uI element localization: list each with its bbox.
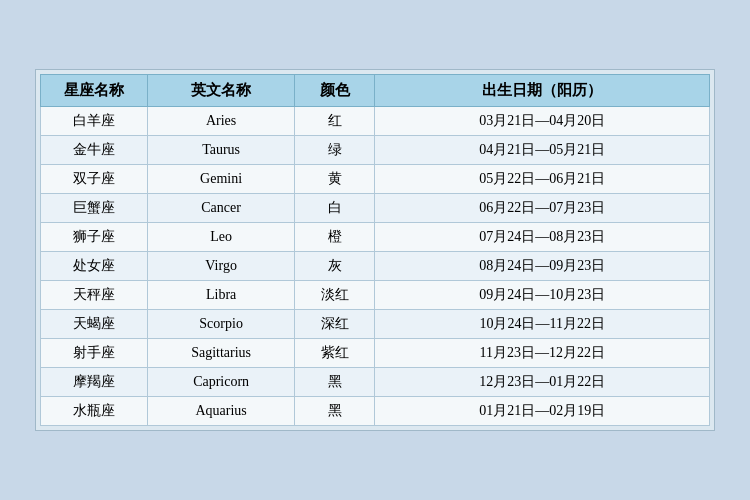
cell-zh: 金牛座 xyxy=(41,136,148,165)
table-row: 金牛座Taurus绿04月21日—05月21日 xyxy=(41,136,710,165)
cell-en: Taurus xyxy=(148,136,295,165)
cell-date: 12月23日—01月22日 xyxy=(375,368,710,397)
cell-en: Aries xyxy=(148,107,295,136)
table-row: 天蝎座Scorpio深红10月24日—11月22日 xyxy=(41,310,710,339)
table-row: 天秤座Libra淡红09月24日—10月23日 xyxy=(41,281,710,310)
cell-color: 红 xyxy=(295,107,375,136)
cell-color: 绿 xyxy=(295,136,375,165)
cell-en: Cancer xyxy=(148,194,295,223)
cell-zh: 巨蟹座 xyxy=(41,194,148,223)
table-row: 巨蟹座Cancer白06月22日—07月23日 xyxy=(41,194,710,223)
cell-en: Aquarius xyxy=(148,397,295,426)
cell-date: 04月21日—05月21日 xyxy=(375,136,710,165)
cell-date: 01月21日—02月19日 xyxy=(375,397,710,426)
cell-color: 黄 xyxy=(295,165,375,194)
cell-en: Libra xyxy=(148,281,295,310)
table-row: 水瓶座Aquarius黑01月21日—02月19日 xyxy=(41,397,710,426)
header-color: 颜色 xyxy=(295,75,375,107)
cell-zh: 狮子座 xyxy=(41,223,148,252)
cell-date: 08月24日—09月23日 xyxy=(375,252,710,281)
zodiac-table: 星座名称 英文名称 颜色 出生日期（阳历） 白羊座Aries红03月21日—04… xyxy=(40,74,710,426)
cell-date: 07月24日—08月23日 xyxy=(375,223,710,252)
header-en: 英文名称 xyxy=(148,75,295,107)
cell-zh: 水瓶座 xyxy=(41,397,148,426)
cell-en: Capricorn xyxy=(148,368,295,397)
header-date: 出生日期（阳历） xyxy=(375,75,710,107)
cell-zh: 处女座 xyxy=(41,252,148,281)
table-row: 射手座Sagittarius紫红11月23日—12月22日 xyxy=(41,339,710,368)
zodiac-table-container: 星座名称 英文名称 颜色 出生日期（阳历） 白羊座Aries红03月21日—04… xyxy=(35,69,715,431)
cell-date: 09月24日—10月23日 xyxy=(375,281,710,310)
cell-color: 黑 xyxy=(295,397,375,426)
cell-date: 06月22日—07月23日 xyxy=(375,194,710,223)
cell-date: 11月23日—12月22日 xyxy=(375,339,710,368)
table-row: 白羊座Aries红03月21日—04月20日 xyxy=(41,107,710,136)
cell-zh: 天秤座 xyxy=(41,281,148,310)
cell-date: 03月21日—04月20日 xyxy=(375,107,710,136)
cell-date: 10月24日—11月22日 xyxy=(375,310,710,339)
cell-zh: 白羊座 xyxy=(41,107,148,136)
cell-date: 05月22日—06月21日 xyxy=(375,165,710,194)
table-row: 摩羯座Capricorn黑12月23日—01月22日 xyxy=(41,368,710,397)
cell-en: Virgo xyxy=(148,252,295,281)
cell-color: 橙 xyxy=(295,223,375,252)
table-body: 白羊座Aries红03月21日—04月20日金牛座Taurus绿04月21日—0… xyxy=(41,107,710,426)
cell-color: 紫红 xyxy=(295,339,375,368)
cell-zh: 天蝎座 xyxy=(41,310,148,339)
cell-color: 灰 xyxy=(295,252,375,281)
table-header-row: 星座名称 英文名称 颜色 出生日期（阳历） xyxy=(41,75,710,107)
table-row: 双子座Gemini黄05月22日—06月21日 xyxy=(41,165,710,194)
cell-zh: 双子座 xyxy=(41,165,148,194)
cell-color: 黑 xyxy=(295,368,375,397)
cell-en: Scorpio xyxy=(148,310,295,339)
cell-en: Leo xyxy=(148,223,295,252)
cell-color: 淡红 xyxy=(295,281,375,310)
cell-zh: 摩羯座 xyxy=(41,368,148,397)
cell-color: 白 xyxy=(295,194,375,223)
table-row: 狮子座Leo橙07月24日—08月23日 xyxy=(41,223,710,252)
cell-zh: 射手座 xyxy=(41,339,148,368)
header-zh: 星座名称 xyxy=(41,75,148,107)
cell-color: 深红 xyxy=(295,310,375,339)
cell-en: Gemini xyxy=(148,165,295,194)
table-row: 处女座Virgo灰08月24日—09月23日 xyxy=(41,252,710,281)
cell-en: Sagittarius xyxy=(148,339,295,368)
